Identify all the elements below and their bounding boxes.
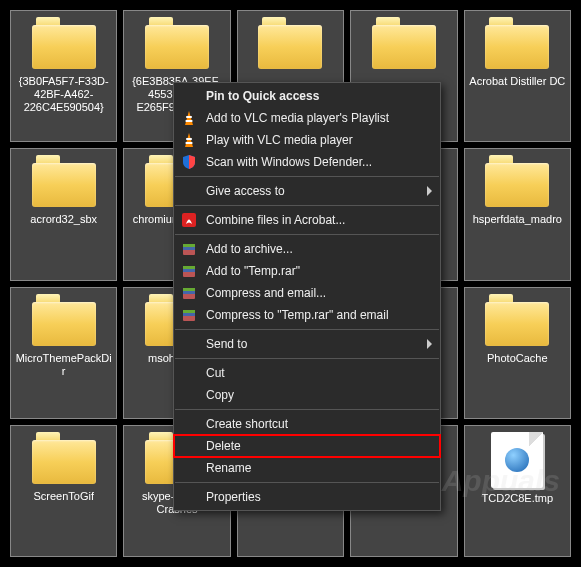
folder-icon bbox=[485, 155, 549, 207]
menu-separator bbox=[175, 205, 439, 206]
folder-icon bbox=[485, 294, 549, 346]
menu-separator bbox=[175, 409, 439, 410]
blank-icon bbox=[180, 488, 198, 506]
menu-label: Give access to bbox=[206, 184, 418, 198]
file-item[interactable]: TCD2C8E.tmp bbox=[464, 425, 571, 557]
menu-label: Rename bbox=[206, 461, 418, 475]
menu-label: Add to VLC media player's Playlist bbox=[206, 111, 418, 125]
folder-icon bbox=[145, 17, 209, 69]
folder-item[interactable]: MicroThemePackDir bbox=[10, 287, 117, 419]
folder-item[interactable]: acrord32_sbx bbox=[10, 148, 117, 280]
svg-rect-5 bbox=[186, 142, 193, 144]
item-label: Acrobat Distiller DC bbox=[469, 75, 565, 88]
winrar-icon bbox=[180, 262, 198, 280]
svg-rect-2 bbox=[186, 120, 193, 122]
folder-icon bbox=[32, 432, 96, 484]
menu-delete[interactable]: Delete bbox=[174, 435, 440, 457]
item-label: {3B0FA5F7-F33D-42BF-A462-226C4E590504} bbox=[15, 75, 112, 114]
blank-icon bbox=[180, 437, 198, 455]
folder-item[interactable]: ScreenToGif bbox=[10, 425, 117, 557]
menu-label: Cut bbox=[206, 366, 418, 380]
menu-label: Send to bbox=[206, 337, 418, 351]
menu-rename[interactable]: Rename bbox=[174, 457, 440, 479]
svg-rect-18 bbox=[183, 313, 195, 316]
context-menu: Pin to Quick access Add to VLC media pla… bbox=[173, 82, 441, 511]
item-label: PhotoCache bbox=[487, 352, 548, 365]
svg-rect-8 bbox=[183, 244, 195, 247]
menu-give-access-to[interactable]: Give access to bbox=[174, 180, 440, 202]
menu-pin-to-quick-access[interactable]: Pin to Quick access bbox=[174, 85, 440, 107]
defender-shield-icon bbox=[180, 153, 198, 171]
menu-label: Compress and email... bbox=[206, 286, 418, 300]
menu-compress-temp-and-email[interactable]: Compress to "Temp.rar" and email bbox=[174, 304, 440, 326]
item-label: TCD2C8E.tmp bbox=[482, 492, 554, 505]
menu-separator bbox=[175, 329, 439, 330]
blank-icon bbox=[180, 182, 198, 200]
folder-icon bbox=[258, 17, 322, 69]
menu-send-to[interactable]: Send to bbox=[174, 333, 440, 355]
vlc-icon bbox=[180, 109, 198, 127]
menu-separator bbox=[175, 234, 439, 235]
winrar-icon bbox=[180, 306, 198, 324]
svg-rect-17 bbox=[183, 310, 195, 313]
svg-rect-14 bbox=[183, 288, 195, 291]
menu-scan-defender[interactable]: Scan with Windows Defender... bbox=[174, 151, 440, 173]
menu-label: Combine files in Acrobat... bbox=[206, 213, 418, 227]
item-label: MicroThemePackDir bbox=[15, 352, 112, 378]
folder-icon bbox=[32, 294, 96, 346]
menu-create-shortcut[interactable]: Create shortcut bbox=[174, 413, 440, 435]
folder-icon bbox=[485, 17, 549, 69]
menu-label: Add to archive... bbox=[206, 242, 418, 256]
menu-label: Create shortcut bbox=[206, 417, 418, 431]
folder-item[interactable]: Acrobat Distiller DC bbox=[464, 10, 571, 142]
item-label: acrord32_sbx bbox=[30, 213, 97, 226]
svg-rect-15 bbox=[183, 291, 195, 294]
folder-item[interactable]: hsperfdata_madro bbox=[464, 148, 571, 280]
folder-icon bbox=[372, 17, 436, 69]
menu-label: Add to "Temp.rar" bbox=[206, 264, 418, 278]
menu-label: Play with VLC media player bbox=[206, 133, 418, 147]
menu-label: Properties bbox=[206, 490, 418, 504]
blank-icon bbox=[180, 415, 198, 433]
svg-rect-4 bbox=[186, 138, 192, 140]
svg-rect-12 bbox=[183, 269, 195, 272]
menu-add-to-archive[interactable]: Add to archive... bbox=[174, 238, 440, 260]
menu-add-to-temp-rar[interactable]: Add to "Temp.rar" bbox=[174, 260, 440, 282]
menu-label: Delete bbox=[206, 439, 418, 453]
folder-icon bbox=[32, 17, 96, 69]
menu-cut[interactable]: Cut bbox=[174, 362, 440, 384]
menu-vlc-play[interactable]: Play with VLC media player bbox=[174, 129, 440, 151]
blank-icon bbox=[180, 364, 198, 382]
blank-icon bbox=[180, 459, 198, 477]
vlc-icon bbox=[180, 131, 198, 149]
blank-icon bbox=[180, 386, 198, 404]
menu-label: Compress to "Temp.rar" and email bbox=[206, 308, 418, 322]
menu-compress-and-email[interactable]: Compress and email... bbox=[174, 282, 440, 304]
folder-item[interactable]: {3B0FA5F7-F33D-42BF-A462-226C4E590504} bbox=[10, 10, 117, 142]
menu-properties[interactable]: Properties bbox=[174, 486, 440, 508]
item-label: hsperfdata_madro bbox=[473, 213, 562, 226]
acrobat-icon bbox=[180, 211, 198, 229]
menu-vlc-add-playlist[interactable]: Add to VLC media player's Playlist bbox=[174, 107, 440, 129]
menu-separator bbox=[175, 358, 439, 359]
menu-combine-acrobat[interactable]: Combine files in Acrobat... bbox=[174, 209, 440, 231]
svg-rect-1 bbox=[186, 116, 192, 118]
svg-rect-9 bbox=[183, 247, 195, 250]
blank-icon bbox=[180, 335, 198, 353]
winrar-icon bbox=[180, 240, 198, 258]
folder-item[interactable]: PhotoCache bbox=[464, 287, 571, 419]
winrar-icon bbox=[180, 284, 198, 302]
blank-icon bbox=[180, 87, 198, 105]
svg-rect-11 bbox=[183, 266, 195, 269]
menu-separator bbox=[175, 176, 439, 177]
menu-label: Scan with Windows Defender... bbox=[206, 155, 418, 169]
menu-label: Pin to Quick access bbox=[206, 89, 418, 103]
menu-copy[interactable]: Copy bbox=[174, 384, 440, 406]
item-label: ScreenToGif bbox=[33, 490, 94, 503]
menu-separator bbox=[175, 482, 439, 483]
tmp-file-icon bbox=[491, 432, 543, 488]
folder-icon bbox=[32, 155, 96, 207]
menu-label: Copy bbox=[206, 388, 418, 402]
